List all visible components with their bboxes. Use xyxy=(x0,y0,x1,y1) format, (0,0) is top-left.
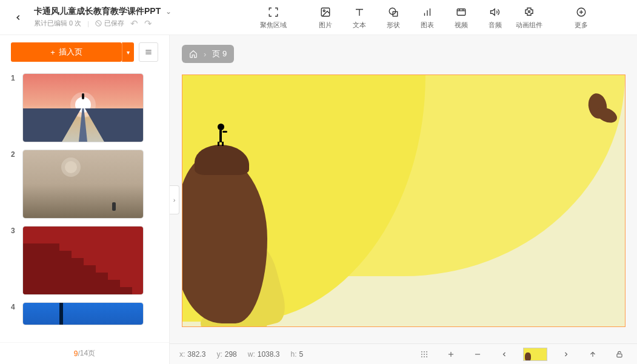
x-label: x: xyxy=(179,350,185,359)
zoom-in-button[interactable] xyxy=(443,346,459,362)
selection-handle[interactable] xyxy=(619,75,625,81)
tool-video[interactable]: 视频 xyxy=(444,5,478,30)
back-button[interactable] xyxy=(7,7,29,28)
svg-point-14 xyxy=(529,10,530,12)
tool-focus-area[interactable]: 聚焦区域 xyxy=(256,5,290,30)
title-block: 卡通风儿童成长教育教学课件PPT ⌄ 累计已编辑 0 次 | 已保存 ↶ ↷ xyxy=(34,6,172,29)
total-pages: 14页 xyxy=(80,348,95,359)
chevron-right-icon: › xyxy=(204,50,206,59)
plus-icon: + xyxy=(50,48,55,57)
thumb-number: 2 xyxy=(11,150,18,218)
thumb-preview-1[interactable] xyxy=(23,74,143,142)
selection-handle[interactable] xyxy=(182,75,188,81)
x-value: 382.3 xyxy=(187,350,205,359)
svg-point-3 xyxy=(323,10,325,12)
tool-text[interactable]: 文本 xyxy=(342,5,376,30)
person-figure xyxy=(218,124,224,146)
sidebar: + 插入页 ▾ 1 2 xyxy=(0,35,170,364)
svg-point-26 xyxy=(427,354,427,354)
title-dropdown[interactable]: ⌄ xyxy=(165,7,172,16)
svg-point-27 xyxy=(421,356,422,357)
svg-point-28 xyxy=(424,356,424,357)
svg-point-23 xyxy=(427,351,427,352)
tool-audio[interactable]: 音频 xyxy=(478,5,512,30)
slide-canvas[interactable] xyxy=(182,75,625,326)
top-bar: 卡通风儿童成长教育教学课件PPT ⌄ 累计已编辑 0 次 | 已保存 ↶ ↷ 聚… xyxy=(0,0,637,35)
tool-shape[interactable]: 形状 xyxy=(376,5,410,30)
upload-button[interactable] xyxy=(585,346,601,362)
chart-icon xyxy=(422,5,433,19)
fullscreen-icon xyxy=(268,5,279,19)
selection-handle[interactable] xyxy=(182,320,188,326)
breadcrumb[interactable]: › 页 9 xyxy=(182,45,234,63)
canvas-area: › 页 9 › xyxy=(170,35,637,364)
tool-more[interactable]: 更多 xyxy=(564,5,598,30)
breadcrumb-page[interactable]: 页 9 xyxy=(212,48,227,59)
audio-icon xyxy=(490,5,501,19)
w-value: 1038.3 xyxy=(258,350,280,359)
current-page: 9 xyxy=(74,349,78,358)
thumb-number: 1 xyxy=(11,74,18,142)
video-icon xyxy=(456,5,467,19)
doc-title[interactable]: 卡通风儿童成长教育教学课件PPT xyxy=(34,6,161,17)
hamburger-button[interactable] xyxy=(139,42,158,62)
thumb-item[interactable]: 1 xyxy=(11,74,158,142)
thumb-preview-4[interactable] xyxy=(23,303,143,325)
zoom-out-button[interactable] xyxy=(470,346,485,362)
h-value: 5 xyxy=(299,350,303,359)
insert-page-button[interactable]: + 插入页 xyxy=(11,42,122,62)
status-bar: x:382.3 y:298 w:1038.3 h:5 xyxy=(170,343,637,364)
lock-button[interactable] xyxy=(612,346,627,362)
h-label: h: xyxy=(290,350,296,359)
prev-page-button[interactable] xyxy=(496,346,512,362)
puzzle-icon xyxy=(524,5,535,19)
insert-page-dropdown[interactable]: ▾ xyxy=(122,42,134,62)
main-area: + 插入页 ▾ 1 2 xyxy=(0,35,637,364)
text-icon xyxy=(354,5,365,19)
panel-collapse-handle[interactable]: › xyxy=(170,185,179,214)
svg-rect-9 xyxy=(457,8,465,15)
thumb-item[interactable]: 4 xyxy=(11,303,158,325)
plus-circle-icon xyxy=(576,5,587,19)
grid-toggle-button[interactable] xyxy=(416,346,432,362)
svg-rect-33 xyxy=(617,354,622,357)
thumb-item[interactable]: 2 xyxy=(11,150,158,218)
thumb-item[interactable]: 3 xyxy=(11,227,158,294)
canvas-viewport[interactable] xyxy=(170,35,637,343)
thumb-number: 3 xyxy=(11,227,18,294)
svg-point-29 xyxy=(427,356,427,357)
edit-count-text: 累计已编辑 0 次 xyxy=(34,19,81,28)
svg-point-25 xyxy=(424,354,424,354)
svg-line-1 xyxy=(96,21,101,25)
tool-animation[interactable]: 动画组件 xyxy=(512,5,546,30)
y-value: 298 xyxy=(225,350,237,359)
svg-point-24 xyxy=(421,354,422,354)
svg-point-4 xyxy=(389,8,396,15)
toolbar: 聚焦区域 图片 文本 形状 图表 视频 音频 动画组件 xyxy=(256,5,598,30)
tool-image[interactable]: 图片 xyxy=(308,5,342,30)
tool-chart[interactable]: 图表 xyxy=(410,5,444,30)
y-label: y: xyxy=(216,350,222,359)
image-icon xyxy=(320,5,331,19)
shape-icon xyxy=(388,5,399,19)
thumb-preview-3[interactable] xyxy=(23,227,143,294)
w-label: w: xyxy=(248,350,255,359)
svg-point-22 xyxy=(424,351,424,352)
thumbnail-list[interactable]: 1 2 3 xyxy=(0,69,169,342)
thumb-number: 4 xyxy=(11,303,18,325)
page-indicator: 9/14页 xyxy=(0,342,169,364)
home-icon[interactable] xyxy=(189,50,198,58)
svg-point-21 xyxy=(421,351,422,352)
save-status: 已保存 xyxy=(95,19,124,28)
thumb-preview-2[interactable] xyxy=(23,150,143,218)
redo-button[interactable]: ↷ xyxy=(144,18,152,29)
svg-marker-13 xyxy=(491,8,495,15)
selection-handle[interactable] xyxy=(619,320,625,326)
undo-button[interactable]: ↶ xyxy=(130,18,138,29)
next-page-button[interactable] xyxy=(558,346,574,362)
current-slide-preview[interactable] xyxy=(523,348,547,361)
